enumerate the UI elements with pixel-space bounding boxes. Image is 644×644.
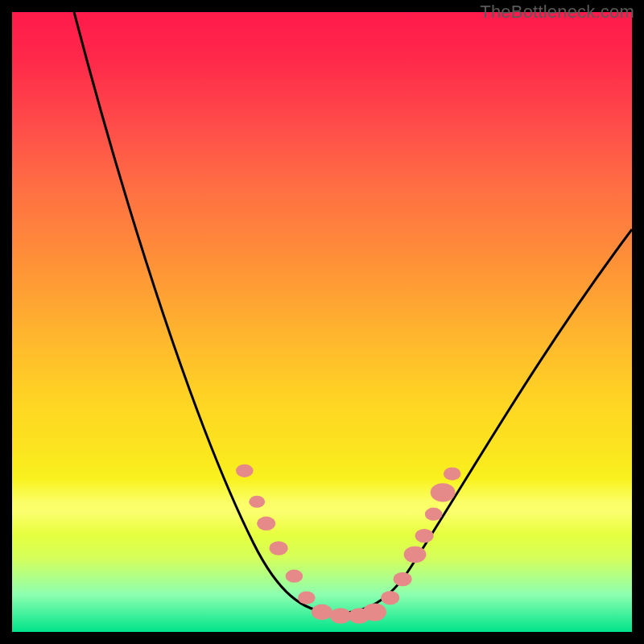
curve-marker bbox=[394, 572, 412, 586]
curve-marker bbox=[425, 508, 443, 521]
curve-marker bbox=[381, 591, 399, 605]
chart-frame: TheBottleneck.com bbox=[0, 0, 644, 644]
watermark-text: TheBottleneck.com bbox=[480, 2, 634, 23]
curve-marker bbox=[312, 605, 332, 621]
curve-marker bbox=[298, 592, 316, 605]
curve-marker bbox=[270, 541, 288, 555]
curve-marker bbox=[444, 468, 461, 481]
bottleneck-curve bbox=[74, 12, 632, 613]
curve-marker bbox=[330, 608, 351, 624]
curve-marker bbox=[415, 529, 434, 543]
curve-marker bbox=[257, 517, 275, 530]
curve-marker bbox=[363, 603, 386, 621]
curve-marker bbox=[286, 570, 303, 583]
curve-marker bbox=[431, 483, 456, 502]
marker-group bbox=[236, 464, 461, 624]
chart-svg bbox=[12, 12, 632, 632]
plot-area bbox=[12, 12, 632, 632]
curve-marker bbox=[249, 496, 265, 508]
curve-group bbox=[74, 12, 632, 613]
curve-marker bbox=[404, 546, 427, 563]
curve-marker bbox=[236, 464, 254, 477]
